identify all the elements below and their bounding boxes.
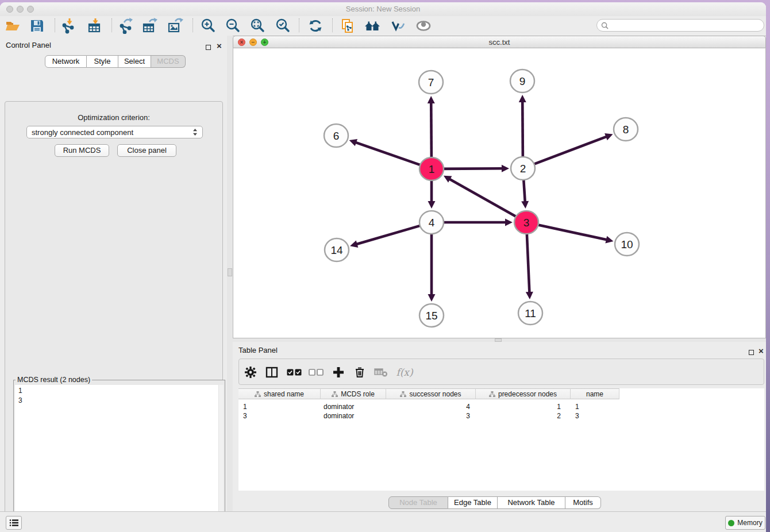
titlebar: Session: New Session [0, 2, 766, 17]
mcds-result-textarea[interactable]: 1 3 [15, 385, 224, 532]
zoom-selected-icon[interactable] [274, 17, 291, 34]
result-line: 3 [18, 396, 224, 406]
tab-motifs[interactable]: Motifs [565, 496, 601, 509]
network-window-titlebar[interactable]: × − + scc.txt [233, 36, 766, 48]
delete-table-icon[interactable] [372, 364, 390, 381]
float-panel-icon[interactable] [749, 347, 754, 357]
column-header-shared-name[interactable]: shared name [238, 388, 321, 399]
graph-node-label: 8 [623, 124, 629, 136]
graph-edge-2-9[interactable] [522, 102, 523, 157]
vertical-splitter[interactable] [227, 36, 233, 511]
tab-mcds[interactable]: MCDS [151, 55, 186, 68]
graph-edge-1-7[interactable] [431, 103, 432, 157]
memory-button[interactable]: Memory [725, 516, 765, 530]
edge-arrowhead-icon [519, 95, 526, 102]
task-history-button[interactable] [6, 516, 22, 530]
criterion-select[interactable]: strongly connected component [26, 126, 203, 138]
toolbar-separator [299, 18, 299, 32]
graph-node-label: 1 [429, 163, 435, 175]
tab-network[interactable]: Network [45, 55, 87, 68]
tab-node-table[interactable]: Node Table [388, 496, 448, 509]
graph-edge-1-6[interactable] [356, 142, 421, 165]
graph-edge-2-8[interactable] [534, 137, 607, 164]
zoom-out-icon[interactable] [224, 17, 241, 34]
tab-select[interactable]: Select [118, 55, 151, 68]
toolbar-separator [55, 18, 55, 32]
float-panel-icon[interactable] [206, 42, 211, 52]
export-image-icon[interactable] [167, 17, 184, 34]
control-panel-title: Control Panel [6, 41, 51, 49]
graph-node-label: 7 [428, 76, 434, 88]
close-panel-button[interactable]: Close panel [117, 144, 176, 157]
import-network-icon[interactable] [59, 17, 76, 34]
toolbar-separator [192, 18, 193, 32]
settings-gear-icon[interactable] [242, 364, 259, 381]
cell-shared-name: 3 [243, 411, 318, 421]
cell-name: 1 [575, 402, 615, 411]
column-type-icon [400, 391, 406, 397]
table-toolbar: f(x) [238, 358, 764, 385]
zoom-fit-icon[interactable] [249, 17, 266, 34]
column-header-successor-nodes[interactable]: successor nodes [386, 388, 476, 399]
table-tabs: Node TableEdge TableNetwork TableMotifs [388, 496, 601, 509]
graph-edge-3-1[interactable] [449, 179, 516, 217]
graph-node-label: 15 [425, 310, 437, 322]
cell-mcds-role: dominator [324, 402, 384, 411]
network-window-title: scc.txt [233, 38, 765, 47]
graph-node-label: 3 [523, 217, 530, 229]
cell-name: 3 [575, 411, 615, 421]
edge-arrowhead-icon [605, 236, 613, 244]
window-title: Session: New Session [0, 5, 766, 13]
cell-shared-name: 1 [243, 402, 318, 411]
tab-style[interactable]: Style [87, 55, 118, 68]
export-table-icon[interactable] [141, 17, 159, 34]
toolbar-separator [111, 18, 112, 32]
open-icon[interactable] [4, 17, 21, 34]
deselect-all-icon[interactable] [307, 364, 325, 381]
toolbar-separator [332, 18, 333, 32]
mcds-result-title: MCDS result (2 nodes) [16, 376, 92, 384]
zoom-in-icon[interactable] [199, 17, 217, 34]
close-panel-icon[interactable]: × [759, 348, 764, 354]
hide-details-icon[interactable] [389, 17, 406, 34]
result-scrollbar[interactable] [218, 385, 224, 532]
delete-icon[interactable] [351, 364, 368, 381]
split-columns-icon[interactable] [263, 364, 280, 381]
function-builder-icon[interactable]: f(x) [393, 364, 416, 381]
graph-edge-1-2[interactable] [443, 168, 502, 169]
graph-edge-3-10[interactable] [538, 225, 607, 240]
duplicate-network-icon[interactable] [339, 17, 356, 34]
search-field[interactable] [596, 19, 764, 32]
edge-arrowhead-icon [502, 165, 509, 172]
tab-edge-table[interactable]: Edge Table [448, 496, 498, 509]
column-header-mcds-role[interactable]: MCDS role [321, 388, 386, 399]
cell-predecessor-nodes: 2 [476, 411, 561, 421]
graph-edge-4-14[interactable] [357, 226, 421, 244]
home-icon[interactable] [364, 17, 381, 34]
birdseye-icon[interactable] [415, 17, 432, 34]
add-column-icon[interactable] [330, 364, 347, 381]
optimization-criterion-label: Optimization criterion: [5, 113, 222, 122]
mcds-result-group: MCDS result (2 nodes) 1 3 [13, 376, 225, 532]
graph-edge-2-3[interactable] [523, 180, 525, 202]
refresh-icon[interactable] [307, 17, 324, 34]
run-mcds-button[interactable]: Run MCDS [55, 144, 109, 157]
column-header-predecessor-nodes[interactable]: predecessor nodes [476, 388, 571, 399]
graph-edge-3-11[interactable] [527, 234, 530, 292]
export-network-icon[interactable] [117, 17, 134, 34]
tab-network-table[interactable]: Network Table [498, 496, 565, 509]
splitter-handle[interactable] [228, 268, 232, 276]
graph-node-label: 2 [520, 163, 526, 175]
memory-status-icon [728, 520, 734, 526]
list-icon [9, 519, 18, 527]
column-header-name[interactable]: name [571, 388, 619, 399]
import-table-icon[interactable] [86, 17, 103, 34]
save-icon[interactable] [28, 17, 45, 34]
search-input[interactable] [611, 21, 764, 30]
application-window: Session: New Session [0, 2, 766, 532]
cell-predecessor-nodes: 1 [476, 402, 561, 411]
graph-node-label: 9 [519, 75, 526, 87]
network-canvas[interactable]: 7968124314101511 [233, 48, 766, 338]
select-all-icon[interactable] [286, 364, 303, 381]
close-panel-icon[interactable]: × [217, 43, 222, 49]
